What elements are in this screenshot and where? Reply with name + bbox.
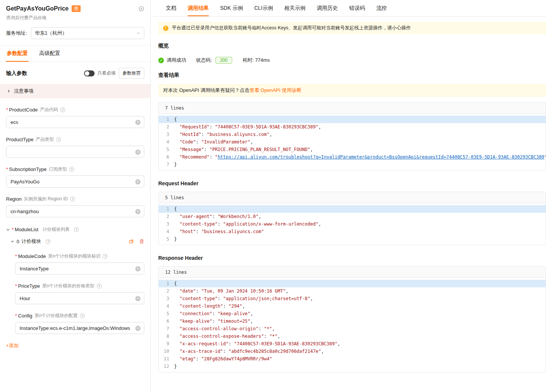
help-icon[interactable]: ? xyxy=(74,227,79,232)
module-item-0: 0 计价模块 ? *ModuleCode第n个计价模块的模块标识?Instanc… xyxy=(6,238,144,334)
clear-icon[interactable]: × xyxy=(135,149,141,155)
help-icon[interactable]: ? xyxy=(97,284,102,288)
field-name: ModuleList xyxy=(15,227,38,232)
required-asterisk: * xyxy=(12,227,14,232)
code-line: 1{ xyxy=(159,116,546,123)
modulecode-input[interactable]: InstanceType× xyxy=(15,262,144,275)
field-label: Region实例所属的 Region ID? xyxy=(6,196,144,202)
tab-param-config[interactable]: 参数配置 xyxy=(6,46,29,61)
code-line: 3 "content-type": "application/json;char… xyxy=(159,295,546,302)
input-value: ecs xyxy=(11,119,18,125)
required-asterisk: * xyxy=(15,283,17,289)
line-number: 10 xyxy=(159,348,169,355)
line-number: 9 xyxy=(159,340,169,348)
chevron-down-icon xyxy=(136,31,140,35)
code-block-body: 1{2 "RequestId": "74408C57-03E9-5D1A-93A… xyxy=(159,114,546,170)
api-title: GetPayAsYouGoPrice xyxy=(6,5,69,12)
config-input[interactable]: InstanceType:ecs.e-c1m1.large,ImageOs:Wi… xyxy=(15,322,144,334)
section-title: Response Header xyxy=(158,255,546,261)
tab-advanced-config[interactable]: 高级配置 xyxy=(38,46,61,61)
line-count: 12 lines xyxy=(165,270,187,275)
code-block-body: 1{2 "user-agent": "Workbench/1.0",3 "con… xyxy=(159,203,546,245)
line-number: 5 xyxy=(159,146,169,153)
tab-sdk-examples[interactable]: SDK 示例 xyxy=(220,0,243,16)
toggle-knob xyxy=(85,71,89,76)
help-icon[interactable]: ? xyxy=(60,107,65,112)
notice-label: 注意事项 xyxy=(14,88,34,95)
module-item-index: 0 xyxy=(17,239,19,244)
param-recommend-button[interactable]: 参数推荐 xyxy=(119,68,144,79)
module-item-header[interactable]: 0 计价模块 ? xyxy=(11,238,144,245)
endpoint-select[interactable]: 华东1（杭州） xyxy=(31,27,144,39)
clear-icon[interactable]: × xyxy=(135,179,141,185)
tab-docs[interactable]: 文档 xyxy=(166,0,176,16)
tab-throttling[interactable]: 流控 xyxy=(376,0,387,16)
module-field-list: *ModuleCode第n个计价模块的模块标识?InstanceType×*Pr… xyxy=(11,253,144,334)
required-only-toggle[interactable] xyxy=(84,70,95,76)
required-asterisk: * xyxy=(6,166,8,172)
region-input[interactable]: cn-hangzhou× xyxy=(6,205,144,217)
line-number: 3 xyxy=(159,220,169,228)
field-region: Region实例所属的 Region ID?cn-hangzhou× xyxy=(6,196,144,217)
line-number: 7 xyxy=(159,325,169,333)
copy-module-icon[interactable] xyxy=(128,239,134,244)
clear-icon[interactable]: × xyxy=(135,266,141,272)
code-line: 10 "x-acs-trace-id": "abdfc9ec4b285c8a0c… xyxy=(159,348,546,355)
field-label: *Config第n个计价模块的配置? xyxy=(15,313,144,319)
diagnose-banner: 对本次 OpenAPI 调用结果有疑问？点击查看 OpenAPI 使用诊断 xyxy=(158,84,546,97)
diagnose-link[interactable]: 查看 OpenAPI 使用诊断 xyxy=(249,87,301,93)
code-line: 9 "x-acs-request-id": "74408C57-03E9-5D1… xyxy=(159,340,546,348)
param-form: 输入参数 只看必填 参数推荐 注意事项 *ProductCode产品代码?ecs… xyxy=(0,62,150,349)
chevron-down-icon xyxy=(11,239,14,243)
field-label: *ProductCode产品代码? xyxy=(6,107,144,113)
input-value: cn-hangzhou xyxy=(11,209,39,214)
pricetype-input[interactable]: Hour× xyxy=(15,292,144,304)
field-pricetype: *PriceType第n个计价模块的价格类型?Hour× xyxy=(15,283,144,304)
line-number: 2 xyxy=(159,123,169,131)
help-icon[interactable]: ? xyxy=(69,167,74,172)
result-content: ! 平台通过已登录用户信息获取当前账号临时Access Keys、发起调用可能对… xyxy=(151,17,546,392)
subscriptiontype-input[interactable]: PayAsYouGo× xyxy=(6,175,144,188)
clear-icon[interactable]: × xyxy=(135,296,141,301)
help-icon[interactable]: ? xyxy=(102,254,107,259)
delete-module-icon[interactable] xyxy=(139,239,144,244)
help-icon[interactable]: ? xyxy=(56,137,61,142)
status-row: ✓ 调用成功 状态码: 200 耗时: 774ms xyxy=(158,57,546,64)
clear-icon[interactable]: × xyxy=(135,120,141,125)
producttype-input[interactable]: × xyxy=(6,146,144,158)
troubleshoot-link[interactable]: https://api.aliyun.com/troubleshoot?q=In… xyxy=(218,154,544,160)
field-label: *ModuleCode第n个计价模块的模块标识? xyxy=(15,253,144,259)
help-icon[interactable]: ? xyxy=(46,239,50,244)
chevron-down-icon xyxy=(6,228,10,232)
field-subscriptiontype: *SubscriptionType订阅类型?PayAsYouGo× xyxy=(6,166,144,188)
code-block-header: 12 lines xyxy=(159,267,546,278)
add-module-link[interactable]: +添加 xyxy=(6,342,19,349)
chevron-right-icon xyxy=(7,89,11,93)
required-asterisk: * xyxy=(15,313,17,319)
field-desc: 第n个计价模块的配置 xyxy=(35,313,78,319)
help-icon[interactable]: ? xyxy=(70,197,75,201)
tab-error-codes[interactable]: 错误码 xyxy=(349,0,365,16)
view-result-title: 查看结果 xyxy=(158,72,546,79)
tab-call-history[interactable]: 调用历史 xyxy=(317,0,338,16)
notice-section[interactable]: 注意事项 xyxy=(0,84,150,98)
code-block-header: 7 lines xyxy=(159,102,546,114)
module-list-header[interactable]: *ModuleList 计价模块列表 ? xyxy=(6,226,144,233)
line-number: 2 xyxy=(159,213,169,220)
field-name: ProductCode xyxy=(9,107,38,113)
input-value: Hour xyxy=(20,296,30,301)
help-icon[interactable]: ? xyxy=(80,313,85,318)
query-type-badge: 查 xyxy=(72,5,81,12)
field-name: Region xyxy=(6,196,21,202)
code-line: 12} xyxy=(159,363,546,370)
code-line: 5 "Message": "PRICE.PRICING_PLAN_RESULT_… xyxy=(159,146,546,153)
clear-icon[interactable]: × xyxy=(135,326,141,331)
line-number: 6 xyxy=(159,317,169,325)
tab-related-examples[interactable]: 相关示例 xyxy=(284,0,305,16)
clear-icon[interactable]: × xyxy=(135,209,141,214)
productcode-input[interactable]: ecs× xyxy=(6,116,144,128)
tab-result[interactable]: 调用结果 xyxy=(188,0,209,16)
tab-cli-examples[interactable]: CLI示例 xyxy=(254,0,273,16)
circle-plus-icon[interactable] xyxy=(138,6,144,12)
line-number: 2 xyxy=(159,287,169,295)
